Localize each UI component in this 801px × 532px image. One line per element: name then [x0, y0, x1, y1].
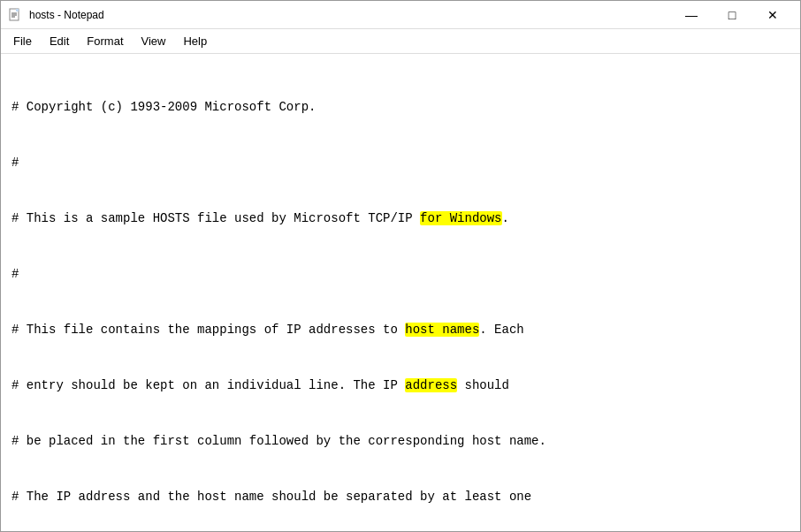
maximize-button[interactable]: □ — [712, 1, 752, 29]
highlight-host-names: host names — [405, 323, 479, 337]
line-5: # This file contains the mappings of IP … — [11, 321, 790, 339]
line-3: # This is a sample HOSTS file used by Mi… — [11, 209, 790, 228]
notepad-window: hosts - Notepad — □ ✕ File Edit Format V… — [0, 0, 801, 532]
minimize-button[interactable]: — — [671, 1, 712, 29]
line-6: # entry should be kept on an individual … — [11, 376, 790, 395]
line-7: # be placed in the first column followed… — [11, 432, 790, 451]
highlight-for-windows: for Windows — [420, 211, 501, 225]
menu-file[interactable]: File — [4, 31, 41, 51]
menu-bar: File Edit Format View Help — [1, 29, 800, 54]
line-1: # Copyright (c) 1993-2009 Microsoft Corp… — [11, 98, 790, 117]
menu-help[interactable]: Help — [174, 31, 216, 51]
window-controls: — □ ✕ — [671, 1, 793, 29]
menu-view[interactable]: View — [133, 31, 175, 51]
close-button[interactable]: ✕ — [752, 1, 793, 29]
app-icon — [8, 8, 22, 22]
window-title: hosts - Notepad — [29, 9, 671, 21]
menu-edit[interactable]: Edit — [41, 31, 78, 51]
line-4: # — [11, 265, 790, 284]
line-8: # The IP address and the host name shoul… — [11, 488, 790, 506]
line-2: # — [11, 154, 790, 172]
svg-rect-1 — [16, 9, 19, 11]
highlight-address: address — [405, 378, 457, 392]
menu-format[interactable]: Format — [78, 31, 132, 51]
title-bar: hosts - Notepad — □ ✕ — [1, 1, 800, 29]
editor-content[interactable]: # Copyright (c) 1993-2009 Microsoft Corp… — [1, 54, 800, 531]
